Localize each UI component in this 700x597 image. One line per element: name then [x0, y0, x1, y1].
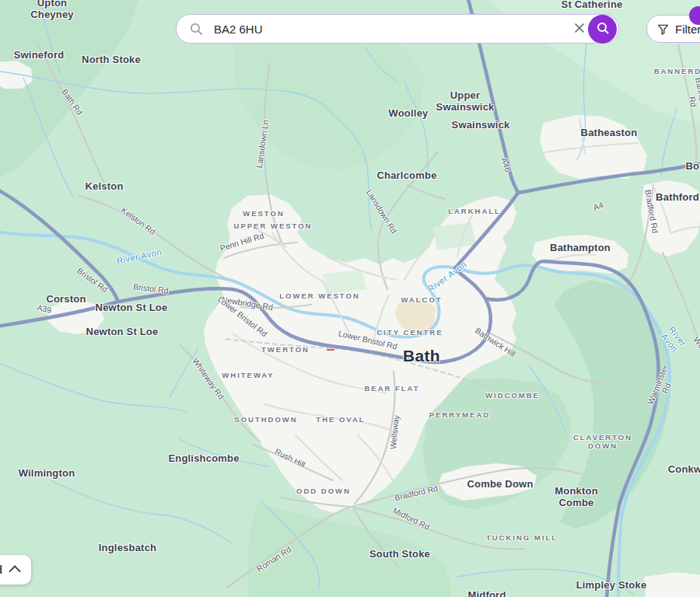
close-icon [574, 23, 585, 36]
drawer-toggle-label: d [0, 564, 2, 576]
search-submit-button[interactable] [588, 15, 617, 44]
map-canvas[interactable] [0, 0, 700, 597]
search-input[interactable] [212, 22, 571, 37]
search-icon [596, 21, 610, 37]
funnel-icon [656, 23, 670, 36]
map-drawer-toggle[interactable]: d [0, 555, 31, 585]
chevron-up-icon [9, 565, 21, 578]
clear-search-button[interactable] [571, 19, 588, 39]
search-icon [186, 19, 206, 39]
search-bar[interactable] [176, 14, 619, 44]
map-app: BathUpton CheyneySwinefordNorth StokeKel… [0, 0, 700, 597]
